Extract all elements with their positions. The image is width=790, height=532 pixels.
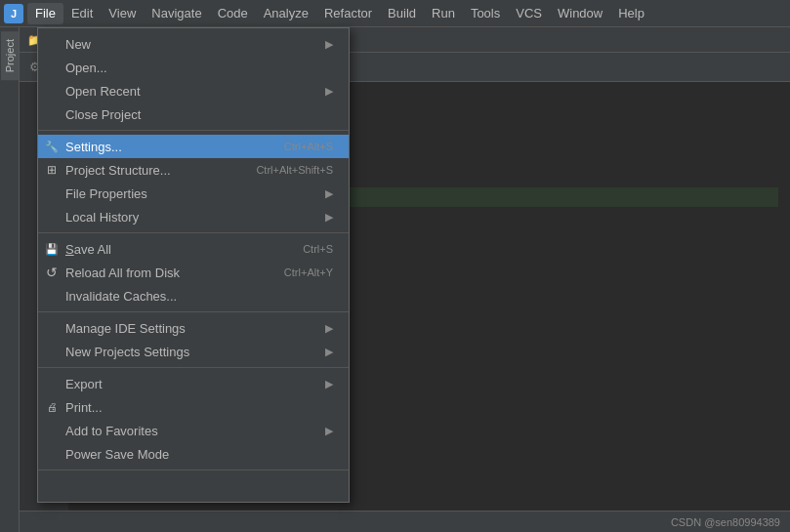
arrow-icon-recent: ▶	[325, 85, 333, 98]
menu-item-settings[interactable]: Settings... Ctrl+Alt+S	[38, 135, 349, 158]
menu-item-print[interactable]: Print...	[38, 395, 349, 419]
menu-item-close-project[interactable]: Close Project	[38, 102, 349, 126]
menubar: J File Edit View Navigate Code Analyze R…	[0, 0, 790, 27]
menu-tools[interactable]: Tools	[463, 3, 508, 24]
status-bar: CSDN @sen80994389	[20, 511, 790, 532]
menu-window[interactable]: Window	[550, 3, 610, 24]
menu-item-local-history[interactable]: Local History ▶	[38, 205, 349, 228]
menu-build[interactable]: Build	[380, 3, 424, 24]
reload-icon	[44, 265, 60, 280]
save-icon	[44, 243, 60, 256]
structure-icon	[44, 163, 60, 177]
menu-item-open-recent[interactable]: Open Recent ▶	[38, 79, 349, 102]
menu-item-reload-all[interactable]: Reload All from Disk Ctrl+Alt+Y	[38, 261, 349, 284]
file-menu-dropdown: New ▶ Open... Open Recent ▶ Close Projec…	[37, 27, 350, 503]
menu-separator-2	[38, 232, 349, 233]
print-icon	[44, 401, 60, 413]
sidebar-tabs: Project	[0, 27, 20, 532]
menu-help[interactable]: Help	[610, 3, 652, 24]
status-watermark: CSDN @sen80994389	[671, 516, 780, 528]
arrow-icon-new-projects: ▶	[325, 346, 333, 358]
menu-analyze[interactable]: Analyze	[256, 3, 316, 24]
menu-navigate[interactable]: Navigate	[144, 3, 209, 24]
menu-item-open[interactable]: Open...	[38, 56, 349, 79]
menu-item-new-projects-settings[interactable]: New Projects Settings ▶	[38, 340, 349, 363]
menu-vcs[interactable]: VCS	[508, 3, 550, 24]
arrow-icon-manage-ide: ▶	[325, 322, 333, 335]
arrow-icon-new: ▶	[325, 38, 333, 51]
arrow-icon-history: ▶	[325, 211, 333, 224]
menu-separator-5	[38, 470, 349, 471]
arrow-icon-properties: ▶	[325, 187, 333, 200]
save-label-s: S	[65, 242, 74, 257]
menu-separator-4	[38, 367, 349, 368]
menu-code[interactable]: Code	[210, 3, 256, 24]
menu-file[interactable]: File	[27, 3, 63, 24]
menu-run[interactable]: Run	[424, 3, 463, 24]
arrow-icon-favorites: ▶	[325, 425, 333, 437]
wrench-icon	[44, 141, 60, 153]
menu-refactor[interactable]: Refactor	[316, 3, 380, 24]
menu-item-new[interactable]: New ▶	[38, 32, 349, 56]
menu-item-file-properties[interactable]: File Properties ▶	[38, 182, 349, 205]
menu-separator-3	[38, 311, 349, 312]
sidebar-tab-project[interactable]: Project	[1, 31, 19, 80]
menu-item-add-favorites[interactable]: Add to Favorites ▶	[38, 419, 349, 442]
menu-separator-1	[38, 130, 349, 131]
arrow-icon-export: ▶	[325, 378, 333, 390]
menu-edit[interactable]: Edit	[63, 3, 101, 24]
menu-item-manage-ide[interactable]: Manage IDE Settings ▶	[38, 316, 349, 340]
menu-view[interactable]: View	[101, 3, 144, 24]
menu-item-export[interactable]: Export ▶	[38, 372, 349, 395]
menu-item-invalidate-caches[interactable]: Invalidate Caches...	[38, 284, 349, 307]
menu-item-power-save[interactable]: Power Save Mode	[38, 442, 349, 466]
menu-item-exit[interactable]	[38, 474, 349, 498]
app-icon: J	[4, 4, 23, 23]
app-icon-letter: J	[11, 8, 17, 20]
menu-item-save-all[interactable]: Save All Ctrl+S	[38, 237, 349, 261]
menu-item-project-structure[interactable]: Project Structure... Ctrl+Alt+Shift+S	[38, 158, 349, 182]
